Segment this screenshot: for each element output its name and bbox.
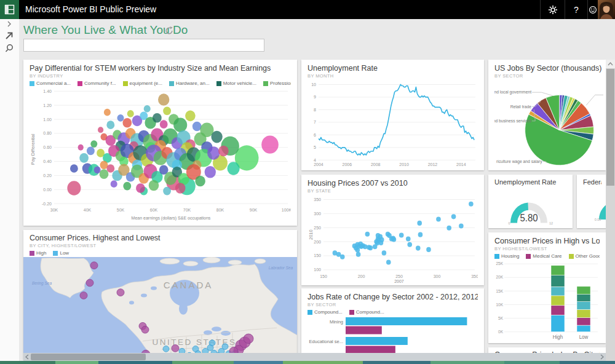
tile-title: Jobs Rate of Change by Sector 2002 - 201…	[308, 293, 478, 302]
bubbles	[67, 93, 278, 195]
legend: Compound...Compound...	[308, 308, 478, 316]
svg-text:0.40: 0.40	[43, 159, 52, 164]
tile-us-jobs-by-sector[interactable]: US Jobs By Sector (thousands) BY SECTOR …	[488, 60, 606, 170]
feedback-button[interactable]	[588, 0, 598, 19]
svg-text:0.20: 0.20	[43, 173, 52, 178]
tile-housing-prices[interactable]: Housing Prices 2007 vs 2010 BY STATE 100…	[301, 175, 484, 285]
legend-swatch	[77, 81, 82, 86]
open-dashboard-arrow-icon[interactable]	[6, 33, 12, 39]
legend-swatch	[569, 254, 574, 259]
map: Bering Sea Labrador Sea CANADA UNITED ST…	[23, 257, 297, 360]
tile-subtitle: BY HIGHEST/LOWEST	[494, 246, 600, 252]
cut-off-tile-fragment	[504, 361, 560, 364]
svg-text:300: 300	[314, 211, 321, 216]
svg-text:90K: 90K	[250, 207, 258, 213]
cut-off-tile-fragment	[560, 361, 615, 364]
legend-label: Professional a...	[270, 79, 291, 87]
svg-text:300: 300	[434, 273, 441, 279]
legend-item[interactable]: Professional a...	[263, 79, 291, 87]
pie-chart: ate and local governmentRetail tradenal …	[494, 79, 603, 168]
tile-title: Housing Prices 2007 vs 2010	[308, 179, 478, 188]
legend-label: Other Good...	[576, 252, 600, 260]
vertical-scroll-thumb[interactable]	[606, 69, 614, 186]
svg-text:Mining: Mining	[330, 319, 343, 325]
svg-text:0.60: 0.60	[43, 144, 52, 150]
tile-title: US Jobs By Sector (thousands)	[494, 64, 603, 73]
svg-text:350: 350	[471, 273, 478, 279]
scroll-up-arrow[interactable]	[606, 60, 615, 68]
legend-item[interactable]: Medical Care	[526, 252, 561, 260]
svg-text:10: 10	[311, 82, 316, 87]
svg-text:7: 7	[314, 119, 316, 125]
legend-label: Compound...	[314, 308, 343, 316]
legend-item[interactable]: Compound...	[349, 308, 384, 316]
legend-item[interactable]: Low	[53, 249, 69, 257]
svg-text:40K: 40K	[84, 207, 92, 213]
cut-off-tile-fragment	[234, 361, 283, 364]
legend-item[interactable]: Commercial a...	[30, 79, 71, 87]
legend-item[interactable]: Hardware, an...	[169, 79, 210, 87]
vertical-scrollbar[interactable]	[606, 60, 615, 364]
tile-pay-differential[interactable]: Pay Differential for STEM workers by Ind…	[23, 60, 297, 226]
legend-item[interactable]: equipment (e...	[123, 79, 162, 87]
legend-swatch	[526, 254, 531, 259]
settings-button[interactable]	[541, 0, 565, 19]
svg-text:1.40: 1.40	[43, 89, 52, 94]
svg-text:6: 6	[314, 132, 316, 138]
title-bar: Microsoft Power BI Public Preview ?	[0, 0, 615, 19]
svg-text:15K: 15K	[496, 289, 503, 293]
scroll-left-arrow[interactable]	[23, 353, 31, 361]
tile-consumer-prices-stacked[interactable]: Consumer Prices in High vs Low Cities BY…	[488, 232, 606, 343]
scroll-right-arrow[interactable]	[598, 353, 606, 361]
tile-consumer-prices-map[interactable]: Consumer Prices. Highest and Lowest BY C…	[23, 230, 297, 360]
power-bi-logo-icon[interactable]	[0, 0, 19, 19]
svg-text:200: 200	[314, 239, 321, 244]
legend-item[interactable]: Other Good...	[569, 252, 600, 260]
help-button[interactable]: ?	[565, 0, 587, 19]
svg-text:100: 100	[314, 267, 321, 272]
svg-text:2004: 2004	[314, 162, 323, 167]
refresh-icon[interactable]	[165, 26, 173, 35]
collapse-chevron-icon[interactable]	[8, 22, 10, 26]
horizontal-scrollbar[interactable]	[23, 353, 606, 361]
legend-label: Commercial a...	[36, 79, 71, 87]
svg-text:5.80: 5.80	[520, 213, 538, 224]
legend-item[interactable]: Motor vehicle...	[216, 79, 256, 87]
search-input[interactable]	[23, 39, 264, 52]
tile-unemployment-gauge[interactable]: Unemployment Rate 5.80012	[488, 175, 573, 228]
cut-off-tile-fragment	[98, 361, 172, 364]
legend-swatch	[30, 81, 34, 86]
legend-swatch	[494, 254, 499, 259]
search-icon[interactable]	[6, 45, 13, 52]
tile-subtitle: BY SECTOR	[494, 73, 603, 79]
legend-swatch	[263, 81, 268, 86]
svg-text:10K: 10K	[496, 303, 503, 307]
horizontal-scroll-thumb[interactable]	[31, 354, 146, 360]
svg-text:25K: 25K	[496, 261, 503, 266]
sea-label: Bering Sea	[32, 281, 52, 286]
tile-subtitle: BY CITY, HIGHEST/LOWEST	[30, 243, 291, 249]
svg-text:0K: 0K	[498, 330, 504, 334]
legend-item[interactable]: Community f...	[77, 79, 116, 87]
avatar[interactable]	[598, 0, 615, 19]
legend-swatch	[53, 251, 58, 256]
gauge-chart: 5.80012	[494, 186, 566, 226]
legend-item[interactable]: High	[30, 249, 46, 257]
legend: HousingMedical CareOther Good...Transpor…	[494, 252, 600, 260]
legend-label: equipment (e...	[130, 79, 162, 87]
svg-text:-0.20: -0.20	[42, 200, 52, 206]
legend-swatch	[123, 81, 128, 86]
legend-swatch	[169, 81, 174, 86]
legend-item[interactable]: Housing	[494, 252, 519, 260]
legend-item[interactable]: Compound...	[308, 308, 343, 316]
legend: Commercial a...Community f...equipment (…	[30, 79, 291, 87]
svg-text:8: 8	[314, 107, 316, 113]
svg-text:1.00: 1.00	[43, 116, 52, 122]
tile-title: Unemployment Rate	[308, 64, 478, 73]
tile-unemployment-rate-line[interactable]: Unemployment Rate BY MONTH 4567891020042…	[301, 60, 484, 170]
svg-text:9: 9	[314, 94, 316, 100]
svg-text:High: High	[553, 334, 563, 340]
legend-label: Low	[60, 249, 69, 257]
tile-federal-funds-gauge[interactable]: Federal Fu 0.00	[577, 175, 608, 228]
svg-text:80K: 80K	[216, 207, 224, 213]
